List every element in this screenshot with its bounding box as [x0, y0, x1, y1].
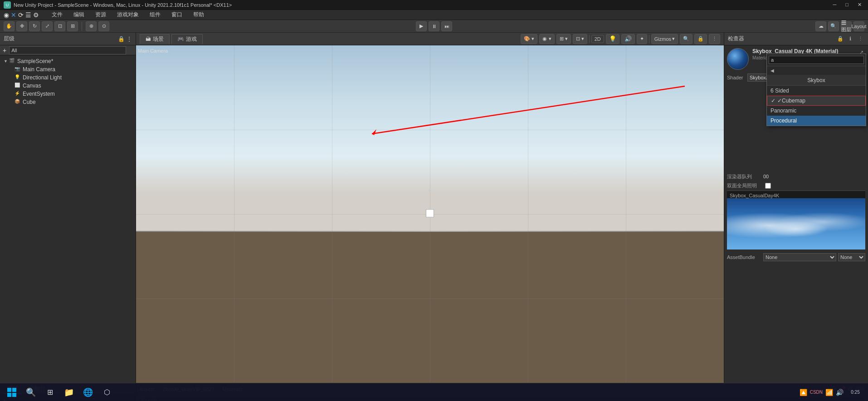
browser-btn[interactable]: 🌐: [80, 384, 96, 401]
unity-taskbar-btn[interactable]: ⬡: [99, 384, 115, 401]
item-label-procedural: Procedural: [770, 117, 797, 124]
preview-title: Skybox_CasualDay4K: [730, 193, 779, 198]
inspector-menu-icon[interactable]: ⋮: [856, 35, 864, 43]
scene-tab-label: 场景: [153, 35, 164, 43]
global-btn[interactable]: ⊙: [98, 21, 109, 31]
search-icon: 🔍: [26, 387, 36, 397]
tree-item-cube[interactable]: 📦 Cube: [0, 98, 136, 106]
popup-search-input[interactable]: [769, 56, 864, 64]
tree-item-samplescene[interactable]: ▼ 🎬 SampleScene*: [0, 57, 136, 65]
scene-filter-btn[interactable]: ⊞ ▾: [556, 34, 571, 44]
main-toolbar: ✋ ✙ ↻ ⤢ ⊡ ⊞ ⊕ ⊙ ▶ ⏸ ⏭ ☁ 🔍 ☰ 图层 Layout: [0, 20, 868, 33]
layers-btn[interactable]: ☰ 图层: [841, 21, 852, 31]
search-btn[interactable]: 🔍: [828, 21, 839, 31]
game-tab-icon: 🎮: [177, 36, 184, 42]
scene-lock-btn[interactable]: 🔒: [694, 34, 707, 44]
fx-toggle[interactable]: ✦: [637, 34, 647, 44]
close-btn[interactable]: ✕: [855, 2, 864, 8]
pivot-btn[interactable]: ⊕: [86, 21, 97, 31]
hand-tool[interactable]: ✋: [4, 21, 15, 31]
scene-effects-btn[interactable]: ◉ ▾: [539, 34, 554, 44]
menu-item-edit[interactable]: 编辑: [72, 10, 86, 20]
tree-item-maincamera[interactable]: 📷 Main Camera: [0, 65, 136, 73]
hierarchy-lock-icon[interactable]: 🔒: [118, 36, 125, 42]
game-tab[interactable]: 🎮 游戏: [171, 34, 203, 44]
popup-back-arrow[interactable]: ◀: [769, 67, 776, 74]
double-sided-checkbox[interactable]: [765, 183, 771, 189]
material-sphere-preview: [727, 48, 749, 70]
scene-tab-icon: 🏔: [146, 36, 151, 42]
layout-btn[interactable]: Layout: [853, 21, 864, 31]
move-tool[interactable]: ✙: [16, 21, 27, 31]
inspector-panel: 检查器 🔒 ℹ ⋮ Skybox_Casual Day 4K (Material…: [724, 33, 868, 383]
inspector-title: 检查器: [728, 35, 744, 43]
popup-item-cubemap[interactable]: ✓ Cubemap: [767, 96, 866, 106]
menu-item-gameobjects[interactable]: 游戏对象: [115, 10, 141, 20]
scene-cube-object[interactable]: [426, 209, 434, 217]
arrow-down: ▼: [4, 59, 9, 64]
start-button[interactable]: [4, 384, 20, 401]
assetbundle-variant-select[interactable]: None: [838, 253, 865, 261]
menu-item-help[interactable]: 帮助: [191, 10, 206, 20]
menu-item-assets[interactable]: 资源: [93, 10, 108, 20]
menu-item-component[interactable]: 组件: [148, 10, 162, 20]
scene-grid-btn[interactable]: ⊡ ▾: [573, 34, 587, 44]
menu-item-file[interactable]: 文件: [50, 10, 64, 20]
light-toggle[interactable]: 💡: [606, 34, 619, 44]
scene-view[interactable]: Main Camera: [136, 45, 724, 383]
toolbar-icon-4: ☰: [25, 11, 31, 19]
minimize-btn[interactable]: ─: [830, 2, 839, 8]
assetbundle-row: AssetBundle None None: [727, 251, 865, 263]
unity-icon: ⬡: [104, 388, 110, 396]
menu-item-window[interactable]: 窗口: [170, 10, 184, 20]
svg-rect-3: [12, 388, 16, 392]
svg-rect-5: [12, 393, 16, 397]
play-button[interactable]: ▶: [416, 21, 427, 31]
center-panel: 🏔 场景 🎮 游戏 🎨 ▾ ◉ ▾ ⊞ ▾ ⊡ ▾ 2D 💡 🔊 ✦: [136, 33, 724, 383]
hierarchy-search-input[interactable]: [9, 46, 126, 54]
scene-search-btn[interactable]: 🔍: [680, 34, 692, 44]
step-button[interactable]: ⏭: [441, 21, 452, 31]
toolbar-icon-2: ✕: [11, 11, 16, 19]
inspector-lock-icon[interactable]: 🔒: [836, 35, 844, 43]
task-view-btn[interactable]: ⊞: [42, 384, 58, 401]
tree-item-dirlight[interactable]: 💡 Directional Light: [0, 73, 136, 82]
file-explorer-btn[interactable]: 📁: [61, 384, 77, 401]
tree-item-eventsystem[interactable]: ⚡ EventSystem: [0, 90, 136, 98]
maximize-btn[interactable]: □: [843, 2, 851, 8]
scene-icon: 🎬: [9, 58, 15, 64]
scale-tool[interactable]: ⤢: [42, 21, 53, 31]
collab-btn[interactable]: ☁: [815, 21, 826, 31]
render-queue-row: 渲染器队列 00: [727, 172, 865, 181]
hierarchy-menu-icon[interactable]: ⋮: [127, 36, 132, 42]
audio-toggle[interactable]: 🔊: [621, 34, 635, 44]
scene-handle: [429, 189, 431, 192]
hierarchy-search-bar: +: [0, 45, 136, 55]
gizmos-btn[interactable]: Gizmos ▾: [651, 34, 678, 44]
tray-icon-1: 🔼: [800, 389, 807, 396]
popup-item-procedural[interactable]: Procedural: [767, 116, 866, 126]
assetbundle-select[interactable]: None: [763, 253, 836, 261]
popup-item-6sided[interactable]: 6 Sided: [767, 86, 866, 96]
cube-icon: 📦: [15, 99, 21, 105]
popup-item-panoramic[interactable]: Panoramic: [767, 106, 866, 116]
search-taskbar-btn[interactable]: 🔍: [23, 384, 39, 401]
scene-tabs: 🏔 场景 🎮 游戏 🎨 ▾ ◉ ▾ ⊞ ▾ ⊡ ▾ 2D 💡 🔊 ✦: [136, 33, 724, 45]
scene-menu-btn[interactable]: ⋮: [709, 34, 720, 44]
pause-button[interactable]: ⏸: [429, 21, 439, 31]
draw-mode-btn[interactable]: 🎨 ▾: [521, 34, 537, 44]
svg-rect-4: [7, 393, 11, 397]
add-hierarchy-btn[interactable]: +: [3, 47, 6, 54]
multi-tool[interactable]: ⊞: [67, 21, 78, 31]
tree-item-canvas[interactable]: ⬜ Canvas: [0, 82, 136, 90]
volume-icon: 🔊: [836, 389, 844, 396]
canvas-icon: ⬜: [15, 83, 21, 89]
rotate-tool[interactable]: ↻: [29, 21, 40, 31]
hierarchy-header: 层级 🔒 ⋮: [0, 33, 136, 45]
light-icon: 💡: [15, 74, 21, 81]
inspector-info-icon[interactable]: ℹ: [846, 35, 854, 43]
2d-toggle[interactable]: 2D: [591, 35, 604, 43]
scene-tab[interactable]: 🏔 场景: [140, 34, 170, 44]
rect-tool[interactable]: ⊡: [54, 21, 65, 31]
app-icon: U: [4, 1, 11, 9]
